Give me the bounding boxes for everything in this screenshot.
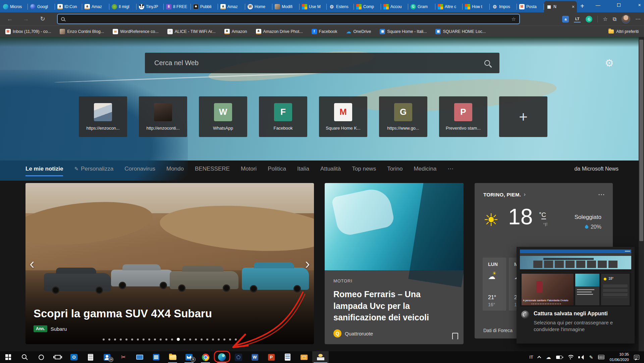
carousel-dot[interactable]: [212, 338, 214, 341]
carousel-dot[interactable]: [114, 338, 116, 341]
browser-tab[interactable]: aID:Con: [55, 1, 82, 12]
browser-tab[interactable]: ⚙Impos: [490, 1, 517, 12]
favorites-bar-item[interactable]: ▦Square Home - Itali...: [380, 29, 427, 34]
carousel-dot[interactable]: [195, 338, 197, 341]
toast-body[interactable]: Cattura salvata negli Appunti Seleziona …: [521, 311, 630, 333]
browser-tab[interactable]: ⚙Estens: [327, 1, 354, 12]
chrome[interactable]: [197, 351, 214, 363]
browser-tab[interactable]: Accou: [381, 1, 408, 12]
carousel-dot[interactable]: [206, 338, 208, 341]
news-tab-medicina[interactable]: Medicina: [414, 166, 436, 176]
carousel-dot[interactable]: [235, 338, 237, 341]
document-app[interactable]: [279, 351, 296, 363]
browser-tab[interactable]: How t: [463, 1, 490, 12]
add-quick-link-tile[interactable]: +: [499, 96, 547, 137]
news-article-card[interactable]: MOTORI Romeo Ferraris – Una lampada Uvc …: [325, 183, 464, 344]
taskbar-search[interactable]: [16, 351, 33, 363]
browser-tab[interactable]: Comp: [354, 1, 381, 12]
browser-tab[interactable]: aAmaz: [82, 1, 109, 12]
keyboard-app[interactable]: [312, 351, 329, 363]
browser-tab[interactable]: Il migl: [109, 1, 137, 12]
calculator[interactable]: [82, 351, 99, 363]
quick-link-tile[interactable]: http://enzoconti...: [139, 96, 187, 137]
quick-link-tile[interactable]: https://enzocon...: [79, 96, 127, 137]
favorites-bar-item[interactable]: wWordReference co...: [113, 29, 158, 34]
address-input[interactable]: [67, 16, 509, 22]
news-tab-personalizza[interactable]: ✎Personalizza: [74, 166, 113, 176]
carousel-prev-icon[interactable]: ‹: [30, 255, 35, 272]
browser-tab[interactable]: 88 FREE: [164, 1, 191, 12]
unit-celsius[interactable]: C: [541, 211, 546, 219]
forecast-day[interactable]: LUN☀☁21°16°: [483, 258, 506, 311]
file-explorer[interactable]: [164, 351, 181, 363]
profile-avatar[interactable]: [622, 15, 630, 24]
carousel-dot[interactable]: [137, 338, 139, 341]
task-view[interactable]: [49, 351, 66, 363]
news-tab-le-mie-notizie[interactable]: Le mie notizie: [25, 166, 63, 176]
quick-link-tile[interactable]: WWhatsApp: [199, 96, 247, 137]
browser-tab[interactable]: Micros: [1, 1, 28, 12]
carousel-dot[interactable]: [108, 338, 110, 341]
article-title[interactable]: Romeo Ferraris – Una lampada Uvc per la …: [333, 288, 455, 323]
battery-icon[interactable]: [556, 356, 562, 359]
favorites-bar-item[interactable]: Enzo Contini Blog...: [60, 29, 104, 34]
browser-tab[interactable]: Googl: [28, 1, 55, 12]
news-tab-benessere[interactable]: BENESSERE: [195, 166, 230, 176]
favorites-bar-item[interactable]: ≡ALICE - TIM WiFi Ar...: [167, 29, 216, 34]
volume-muted-icon[interactable]: ×: [578, 355, 584, 360]
news-tab-politica[interactable]: Politica: [268, 166, 286, 176]
carousel-dot[interactable]: [183, 338, 185, 341]
settings-menu-icon[interactable]: ⋯: [635, 16, 641, 22]
carousel-next-icon[interactable]: ›: [305, 255, 310, 272]
dark-app[interactable]: [230, 351, 247, 363]
carousel-dot[interactable]: [171, 338, 173, 341]
forward-button[interactable]: →: [20, 12, 32, 26]
onedrive-icon[interactable]: ☁: [546, 354, 551, 360]
weather-header[interactable]: TORINO, PIEM. › ⋯: [483, 190, 605, 198]
news-tab-italia[interactable]: Italia: [297, 166, 309, 176]
screenshot-thumbnail[interactable]: A personale sanitario Palombella Orvieto…: [520, 249, 631, 307]
start-button[interactable]: [0, 351, 16, 363]
browser-tab[interactable]: TinyJP: [137, 1, 164, 12]
screenshot-toast[interactable]: A personale sanitario Palombella Orvieto…: [517, 247, 635, 344]
carousel-dot[interactable]: [189, 338, 191, 341]
browser-tab[interactable]: Altre c: [435, 1, 463, 12]
favorites-bar-item[interactable]: MInbox (11,709) - co...: [5, 29, 51, 34]
mail[interactable]: 9: [181, 351, 197, 363]
carousel-dot[interactable]: [154, 338, 156, 341]
browser-tab[interactable]: ✱Pubbli: [191, 1, 218, 12]
carousel-dot[interactable]: [218, 338, 220, 341]
display-app[interactable]: [131, 351, 148, 363]
tab-close-icon[interactable]: ×: [572, 4, 575, 9]
unit-fahrenheit[interactable]: °F: [543, 222, 548, 227]
clock[interactable]: 10:35 01/06/2020: [609, 352, 629, 362]
favorite-star-icon[interactable]: ☆: [512, 16, 516, 22]
carousel-dot[interactable]: [201, 338, 203, 341]
page-settings-gear-icon[interactable]: ⚙: [605, 57, 614, 69]
powerpoint[interactable]: P: [263, 351, 279, 363]
news-tab-attualit-[interactable]: Attualità: [320, 166, 341, 176]
news-tab-motori[interactable]: Motori: [241, 166, 257, 176]
carousel-dot[interactable]: [223, 338, 225, 341]
carousel-title[interactable]: Scopri la gamma SUV 4X4 Subaru: [34, 307, 212, 320]
other-favorites-button[interactable]: Altri preferiti: [608, 29, 639, 34]
back-button[interactable]: ←: [4, 12, 15, 26]
web-search-input[interactable]: [154, 59, 479, 67]
quick-link-tile[interactable]: FFacebook: [259, 96, 307, 137]
carousel-dot[interactable]: [131, 338, 133, 341]
scrollbar-thumb[interactable]: [639, 40, 643, 241]
word[interactable]: W: [247, 351, 263, 363]
carousel-dot[interactable]: [120, 338, 122, 341]
cortana[interactable]: [33, 351, 49, 363]
maximize-button[interactable]: [608, 0, 629, 10]
calendar[interactable]: [148, 351, 164, 363]
address-bar[interactable]: ☆: [57, 14, 520, 24]
minimize-button[interactable]: —: [588, 0, 608, 10]
photos-folder[interactable]: [296, 351, 312, 363]
amazon-assistant-icon[interactable]: a: [562, 16, 569, 22]
snipping-tool[interactable]: ✂: [115, 351, 131, 363]
carousel-dot[interactable]: [229, 338, 231, 341]
carousel-dot[interactable]: [177, 338, 180, 341]
people[interactable]: 24: [99, 351, 115, 363]
favorites-bar-item[interactable]: aAmazon: [224, 29, 247, 34]
